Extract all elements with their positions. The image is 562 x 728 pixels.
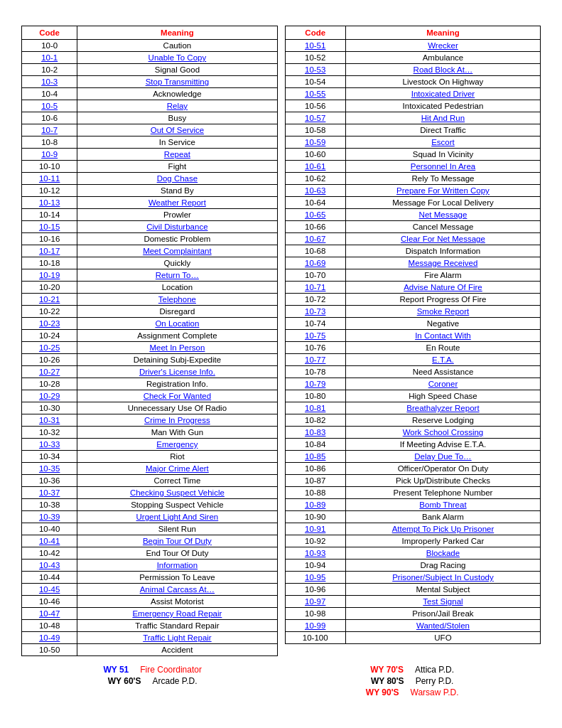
meaning-cell: Test Signal (345, 596, 540, 608)
code-cell: 10-28 (22, 378, 77, 390)
table-row: 10-48Traffic Standard Repair (22, 620, 278, 632)
code-cell: 10-7 (22, 124, 77, 136)
meaning-cell: En Route (345, 342, 540, 354)
code-cell: 10-79 (285, 378, 345, 390)
left-code-header: Code (22, 26, 77, 40)
meaning-cell: Officer/Operator On Duty (345, 463, 540, 475)
table-row: 10-99Wanted/Stolen (285, 620, 541, 632)
table-row: 10-20Location (22, 282, 278, 294)
table-row: 10-37Checking Suspect Vehicle (22, 487, 278, 499)
table-row: 10-42End Tour Of Duty (22, 547, 278, 560)
footer-code: WY 90'S (366, 687, 399, 697)
code-cell: 10-16 (22, 233, 77, 245)
meaning-cell: Out Of Service (77, 124, 277, 136)
footer-row: WY 80'SPerry P.D. (371, 676, 453, 686)
meaning-cell: Relay (77, 100, 277, 112)
table-row: 10-63Prepare For Written Copy (285, 185, 541, 197)
table-row: 10-9Repeat (22, 149, 278, 161)
code-cell: 10-82 (285, 414, 345, 427)
table-row: 10-19Return To… (22, 269, 278, 282)
meaning-cell: Major Crime Alert (77, 463, 277, 475)
meaning-cell: Correct Time (77, 475, 277, 487)
code-cell: 10-41 (22, 535, 77, 547)
code-cell: 10-96 (285, 584, 345, 596)
footer-code: WY 51 (103, 665, 129, 675)
table-row: 10-78Need Assistance (285, 366, 541, 378)
code-cell: 10-67 (285, 233, 345, 245)
code-cell: 10-93 (285, 547, 345, 560)
footer-left: WY 51Fire CoordinatorWY 60'SArcade P.D. (103, 665, 202, 697)
table-row: 10-97Test Signal (285, 596, 541, 608)
table-row: 10-8In Service (22, 136, 278, 149)
code-cell: 10-24 (22, 330, 77, 342)
meaning-cell: Stop Transmitting (77, 76, 277, 88)
code-cell: 10-52 (285, 52, 345, 64)
table-row: 10-23On Location (22, 318, 278, 330)
code-cell: 10-55 (285, 88, 345, 100)
code-cell: 10-22 (22, 306, 77, 318)
footer-row: WY 51Fire Coordinator (103, 665, 202, 675)
meaning-cell: Message Received (345, 257, 540, 269)
table-row: 10-81Breathalyzer Report (285, 402, 541, 414)
table-row: 10-44Permission To Leave (22, 572, 278, 584)
meaning-cell: Direct Traffic (345, 124, 540, 136)
table-row: 10-40Silent Run (22, 523, 278, 535)
code-cell: 10-51 (285, 40, 345, 52)
code-cell: 10-0 (22, 40, 77, 52)
table-row: 10-52Ambulance (285, 52, 541, 64)
meaning-cell: Quickly (77, 257, 277, 269)
code-cell: 10-11 (22, 173, 77, 185)
meaning-cell: Smoke Report (345, 306, 540, 318)
table-row: 10-79Coroner (285, 378, 541, 390)
meaning-cell: In Contact With (345, 330, 540, 342)
meaning-cell: Intoxicated Pedestrian (345, 100, 540, 112)
meaning-cell: If Meeting Advise E.T.A. (345, 439, 540, 451)
code-cell: 10-10 (22, 161, 77, 173)
code-cell: 10-12 (22, 185, 77, 197)
code-cell: 10-48 (22, 620, 77, 632)
code-cell: 10-39 (22, 511, 77, 523)
code-cell: 10-50 (22, 644, 77, 656)
table-row: 10-49Traffic Light Repair (22, 632, 278, 644)
code-cell: 10-18 (22, 257, 77, 269)
meaning-cell: Emergency (77, 439, 277, 451)
meaning-cell: Man With Gun (77, 427, 277, 439)
meaning-cell: Net Message (345, 209, 540, 221)
code-cell: 10-54 (285, 76, 345, 88)
table-row: 10-55Intoxicated Driver (285, 88, 541, 100)
meaning-cell: Need Assistance (345, 366, 540, 378)
code-cell: 10-100 (285, 632, 345, 644)
table-row: 10-46Assist Motorist (22, 596, 278, 608)
meaning-cell: Acknowledge (77, 88, 277, 100)
code-cell: 10-70 (285, 269, 345, 282)
code-cell: 10-77 (285, 354, 345, 366)
meaning-cell: Meet In Person (77, 342, 277, 354)
meaning-cell: Traffic Standard Repair (77, 620, 277, 632)
meaning-cell: Check For Wanted (77, 390, 277, 402)
code-cell: 10-56 (285, 100, 345, 112)
code-cell: 10-42 (22, 547, 77, 560)
meaning-cell: Prisoner/Subject In Custody (345, 572, 540, 584)
code-cell: 10-87 (285, 475, 345, 487)
table-row: 10-32Man With Gun (22, 427, 278, 439)
meaning-cell: Road Block At… (345, 64, 540, 76)
code-cell: 10-99 (285, 620, 345, 632)
code-cell: 10-68 (285, 245, 345, 257)
code-cell: 10-66 (285, 221, 345, 233)
right-meaning-header: Meaning (345, 26, 540, 40)
table-row: 10-41Begin Tour Of Duty (22, 535, 278, 547)
code-cell: 10-8 (22, 136, 77, 149)
meaning-cell: Squad In Vicinity (345, 149, 540, 161)
table-row: 10-96Mental Subject (285, 584, 541, 596)
meaning-cell: Hit And Run (345, 112, 540, 124)
code-cell: 10-89 (285, 499, 345, 511)
table-row: 10-27Driver's License Info. (22, 366, 278, 378)
table-row: 10-29Check For Wanted (22, 390, 278, 402)
left-meaning-header: Meaning (77, 26, 277, 40)
table-row: 10-11Dog Chase (22, 173, 278, 185)
table-row: 10-43Information (22, 560, 278, 572)
code-cell: 10-6 (22, 112, 77, 124)
table-row: 10-73Smoke Report (285, 306, 541, 318)
meaning-cell: Riot (77, 451, 277, 463)
table-row: 10-24Assignment Complete (22, 330, 278, 342)
